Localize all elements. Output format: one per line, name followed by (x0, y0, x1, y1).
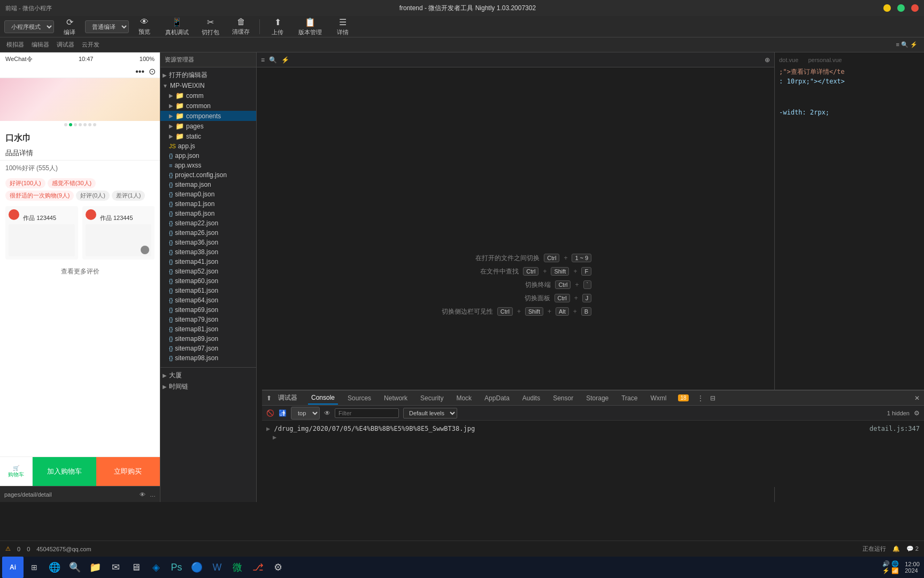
devtools-settings-icon[interactable]: ⚙ (914, 409, 920, 417)
file-sitemap79[interactable]: {} sitemap79.json (160, 315, 256, 324)
taskbar-ps[interactable]: Ps (167, 558, 186, 577)
add-cart-button[interactable]: 加入购物车 (33, 457, 96, 486)
project-root-item[interactable]: ▼ MP-WEIXIN (160, 81, 256, 90)
status-msg-icon: 💬 2 (906, 545, 919, 552)
devtools-stop-icon[interactable]: 🚫 (266, 409, 274, 417)
devtools-levels-select[interactable]: Default levels (403, 408, 457, 419)
file-sitemap26[interactable]: {} sitemap26.json (160, 228, 256, 238)
taskbar-windows[interactable]: ⊞ (25, 558, 44, 577)
file-app-js[interactable]: JS app.js (160, 141, 256, 151)
file-sitemap60[interactable]: {} sitemap60.json (160, 276, 256, 286)
tab-editor[interactable]: 编辑器 (29, 40, 51, 50)
upload-button[interactable]: ⬆ 上传 (264, 16, 291, 37)
editor-toolbar-icon1[interactable]: ≡ (261, 56, 265, 64)
taskbar-code[interactable]: ◈ (147, 558, 166, 577)
tab-simulator[interactable]: 模拟器 (4, 40, 26, 50)
devtools-popout-icon[interactable]: ⊟ (710, 394, 715, 402)
close-button[interactable] (911, 4, 919, 12)
devtools-close-button[interactable]: ✕ (914, 394, 920, 402)
taskbar-mail[interactable]: ✉ (106, 558, 125, 577)
file-sitemap89[interactable]: {} sitemap89.json (160, 334, 256, 344)
taskbar-chrome[interactable]: 🔵 (187, 558, 206, 577)
buy-button[interactable]: 立即购买 (96, 457, 160, 486)
cart-tab[interactable]: 🛒 购物车 (0, 457, 33, 486)
section2-item-shijianliian[interactable]: ▶ 时间链 (160, 381, 256, 392)
file-sitemap41[interactable]: {} sitemap41.json (160, 257, 256, 267)
editor-toolbar-icon3[interactable]: ⚡ (281, 56, 289, 64)
preview-button[interactable]: 👁 预览 (131, 16, 158, 37)
editor-toolbar-icon4[interactable]: ⊕ (765, 56, 770, 64)
bottom-eye-icon[interactable]: 👁 (140, 491, 145, 498)
taskbar-word[interactable]: W (207, 558, 227, 577)
file-sitemap6[interactable]: {} sitemap6.json (160, 209, 256, 218)
compile-button[interactable]: ⟳ 编译 (56, 16, 83, 37)
folder-pages[interactable]: ▶ 📁 pages (160, 121, 256, 131)
browser-icon: 🌐 (49, 561, 60, 573)
devtools-tab-security[interactable]: Security (417, 392, 446, 404)
view-more-button[interactable]: 查看更多评价 (0, 263, 160, 280)
folder-static[interactable]: ▶ 📁 static (160, 131, 256, 141)
detail-button[interactable]: ☰ 详情 (329, 16, 356, 37)
devtools-eye-icon[interactable]: 👁 (324, 409, 330, 417)
file-project-config[interactable]: {} project.config.json (160, 170, 256, 180)
devtools-tab-sensor[interactable]: Sensor (550, 392, 576, 404)
taskbar-git[interactable]: ⎇ (248, 558, 267, 577)
devtools-clear-icon[interactable]: 🚮 (279, 409, 287, 417)
maximize-button[interactable] (897, 4, 905, 12)
resource-manager-header[interactable]: 资源管理器 (160, 52, 256, 67)
cut-package-button[interactable]: ✂ 切打包 (196, 16, 225, 37)
taskbar-search[interactable]: 🔍 (65, 558, 84, 577)
devtools-more-icon[interactable]: ⋮ (697, 394, 704, 402)
folder-comm[interactable]: ▶ 📁 comm (160, 90, 256, 101)
file-sitemap22[interactable]: {} sitemap22.json (160, 218, 256, 228)
file-sitemap1[interactable]: {} sitemap1.json (160, 199, 256, 209)
taskbar-ai[interactable]: Ai (2, 557, 24, 578)
devtools-tab-trace[interactable]: Trace (618, 392, 641, 404)
devtools-expand-icon[interactable]: ⬆ (266, 394, 272, 402)
bottom-more-icon[interactable]: … (150, 491, 156, 498)
console-log-link[interactable]: detail.js:347 (869, 425, 920, 432)
open-editors-item[interactable]: ▶ 打开的编辑器 (160, 70, 256, 81)
file-sitemap[interactable]: {} sitemap.json (160, 180, 256, 189)
tab-cloud[interactable]: 云开发 (80, 40, 102, 50)
file-sitemap98[interactable]: {} sitemap98.json (160, 353, 256, 363)
devtools-tab-wxml[interactable]: Wxml (647, 392, 669, 404)
devtools-tab-mock[interactable]: Mock (453, 392, 475, 404)
tab-debugger[interactable]: 调试器 (55, 40, 76, 50)
file-sitemap97[interactable]: {} sitemap97.json (160, 344, 256, 353)
folder-common[interactable]: ▶ 📁 common (160, 101, 256, 111)
devtools-tab-storage[interactable]: Storage (583, 392, 612, 404)
devtools-tab-network[interactable]: Network (381, 392, 411, 404)
taskbar-settings[interactable]: ⚙ (268, 558, 288, 577)
real-device-button[interactable]: 📱 真机调试 (160, 16, 194, 37)
minimize-button[interactable] (883, 4, 891, 12)
clear-cache-button[interactable]: 🗑 清缓存 (227, 16, 255, 37)
file-sitemap52[interactable]: {} sitemap52.json (160, 267, 256, 276)
file-sitemap36[interactable]: {} sitemap36.json (160, 238, 256, 247)
compile-select[interactable]: 普通编译 (85, 20, 129, 33)
taskbar-wxdevtools[interactable]: 微 (228, 558, 247, 577)
devtools-tab-sources[interactable]: Sources (344, 392, 374, 404)
file-sitemap0[interactable]: {} sitemap0.json (160, 189, 256, 199)
file-app-json[interactable]: {} app.json (160, 151, 256, 161)
editor-toolbar-icon2[interactable]: 🔍 (269, 56, 277, 64)
devtools-tab-audits[interactable]: Audits (519, 392, 543, 404)
mode-select[interactable]: 小程序模式 (4, 20, 54, 33)
taskbar-browser[interactable]: 🌐 (45, 558, 64, 577)
file-app-wxss[interactable]: ≡ app.wxss (160, 161, 256, 170)
file-sitemap81[interactable]: {} sitemap81.json (160, 324, 256, 334)
devtools-filter-input[interactable] (335, 408, 399, 418)
devtools-context-select[interactable]: top (291, 407, 320, 420)
devtools-tab-console[interactable]: Console (308, 392, 338, 405)
taskbar-tray[interactable]: 🔊 🌐 ⚡ 📶 (882, 558, 902, 577)
version-button[interactable]: 📋 版本管理 (293, 16, 327, 37)
taskbar-files[interactable]: 📁 (86, 558, 105, 577)
file-sitemap64[interactable]: {} sitemap64.json (160, 295, 256, 305)
taskbar-terminal[interactable]: 🖥 (126, 558, 145, 577)
file-sitemap61[interactable]: {} sitemap61.json (160, 286, 256, 295)
file-sitemap69[interactable]: {} sitemap69.json (160, 305, 256, 315)
devtools-tab-appdata[interactable]: AppData (481, 392, 513, 404)
section2-item-dasha[interactable]: ▶ 大厦 (160, 370, 256, 381)
folder-components[interactable]: ▶ 📁 components (160, 111, 256, 121)
file-sitemap38[interactable]: {} sitemap38.json (160, 247, 256, 257)
